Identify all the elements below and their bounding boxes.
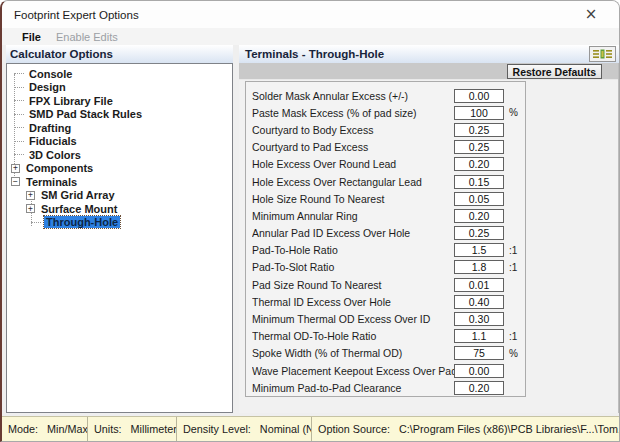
close-icon[interactable]: × [575,3,607,25]
status-bar: Mode:Min/MaxUnits:MillimetersDensity Lev… [2,416,619,441]
footprint-icon-button[interactable] [589,46,616,62]
status-field-value: Millimeters [131,423,177,435]
setting-input[interactable] [454,157,504,171]
setting-input[interactable] [454,364,504,378]
setting-label: Spoke Width (% of Thermal OD) [252,347,454,359]
setting-unit: % [504,107,522,118]
tree-item-label: Through-Hole [44,216,120,228]
setting-label: Annular Pad ID Excess Over Hole [252,227,454,239]
setting-input[interactable] [454,140,504,154]
tree-item-fiducials[interactable]: Fiducials [11,135,232,149]
setting-input[interactable] [454,209,504,223]
expand-plus-icon[interactable]: + [26,191,35,200]
tree-item-label: Drafting [27,122,73,134]
setting-row: Pad Size Round To Nearest [246,276,525,293]
status-field: Option Source:C:\Program Files (x86)\PCB… [312,417,620,441]
status-field: Units:Millimeters [88,417,177,441]
tree-item-surface-mount[interactable]: +Surface Mount [11,202,232,216]
setting-label: Hole Excess Over Rectangular Lead [252,176,454,188]
menu-item-enable-edits[interactable]: Enable Edits [56,31,118,43]
tree-item-components[interactable]: +Components [11,162,232,176]
setting-row: Annular Pad ID Excess Over Hole [246,225,525,242]
tree-stub [14,114,24,115]
tree-item-fpx-library-file[interactable]: FPX Library File [11,94,232,108]
setting-input[interactable] [454,278,504,292]
settings-panel: Restore Defaults Solder Mask Annular Exc… [239,63,619,413]
footprint-expert-options-window: Footprint Expert Options × File Enable E… [0,0,620,442]
setting-label: Wave Placement Keepout Excess Over Pad [252,365,454,377]
tree-item-label: Fiducials [27,135,79,147]
setting-unit: :1 [504,262,522,273]
setting-row: Hole Excess Over Rectangular Lead [246,173,525,190]
tree-item-label: SM Grid Array [39,189,117,201]
setting-input[interactable] [454,243,504,257]
setting-input[interactable] [454,89,504,103]
setting-row: Courtyard to Body Excess [246,121,525,138]
setting-row: Spoke Width (% of Thermal OD)% [246,345,525,362]
restore-defaults-button[interactable]: Restore Defaults [507,64,602,79]
setting-input[interactable] [454,175,504,189]
setting-input[interactable] [454,312,504,326]
setting-label: Paste Mask Excess (% of pad size) [252,107,454,119]
menu-bar: File Enable Edits [2,28,619,45]
tree-item-drafting[interactable]: Drafting [11,121,232,135]
setting-row: Minimum Annular Ring [246,207,525,224]
tree-item-design[interactable]: Design [11,81,232,95]
status-field: Density Level:Nominal (N) [177,417,312,441]
setting-row: Wave Placement Keepout Excess Over Pad [246,362,525,379]
toolbar-strip: Restore Defaults [239,63,618,80]
setting-label: Hole Size Round To Nearest [252,193,454,205]
setting-row: Paste Mask Excess (% of pad size)% [246,104,525,121]
tree-stub [14,73,24,74]
tree-item-label: FPX Library File [27,95,115,107]
through-hole-settings-group: Solder Mask Annular Excess (+/-)Paste Ma… [245,81,526,397]
status-field-label: Units: [94,423,122,435]
tree-stub [14,141,24,142]
setting-input[interactable] [454,295,504,309]
setting-unit: :1 [504,245,522,256]
tree-item-3d-colors[interactable]: 3D Colors [11,148,232,162]
setting-input[interactable] [454,329,504,343]
setting-input[interactable] [454,346,504,360]
tree-stub [14,87,24,88]
tree-item-smd-pad-stack-rules[interactable]: SMD Pad Stack Rules [11,108,232,122]
tree-item-terminals[interactable]: −Terminals [11,175,232,189]
setting-row: Minimum Pad-to-Pad Clearance [246,379,525,396]
setting-label: Minimum Thermal OD Excess Over ID [252,313,454,325]
status-field-label: Option Source: [318,423,390,435]
tree-item-console[interactable]: Console [11,67,232,81]
setting-row: Thermal ID Excess Over Hole [246,293,525,310]
setting-input[interactable] [454,226,504,240]
setting-row: Hole Excess Over Round Lead [246,156,525,173]
setting-input[interactable] [454,192,504,206]
tree-item-label: Design [27,81,68,93]
tree-item-sm-grid-array[interactable]: +SM Grid Array [11,189,232,203]
setting-row: Thermal OD-To-Hole Ratio:1 [246,328,525,345]
setting-label: Minimum Pad-to-Pad Clearance [252,382,454,394]
setting-label: Courtyard to Body Excess [252,124,454,136]
setting-row: Pad-To-Slot Ratio:1 [246,259,525,276]
status-field-label: Density Level: [183,423,251,435]
setting-row: Courtyard to Pad Excess [246,139,525,156]
setting-input[interactable] [454,106,504,120]
setting-unit: % [504,348,522,359]
status-field: Mode:Min/Max [2,417,88,441]
setting-row: Solder Mask Annular Excess (+/-) [246,87,525,104]
setting-label: Courtyard to Pad Excess [252,141,454,153]
collapse-minus-icon[interactable]: − [11,177,20,186]
setting-row: Pad-To-Hole Ratio:1 [246,242,525,259]
setting-input[interactable] [454,123,504,137]
menu-item-file[interactable]: File [22,31,41,43]
tree-stub [14,100,24,101]
window-title: Footprint Expert Options [2,9,139,21]
left-panel-header: Calculator Options [6,45,233,63]
expand-plus-icon[interactable]: + [11,164,20,173]
status-field-value: Nominal (N) [260,423,312,435]
right-panel-header: Terminals - Through-Hole [239,45,619,63]
setting-input[interactable] [454,381,504,395]
setting-input[interactable] [454,260,504,274]
tree-item-through-hole[interactable]: Through-Hole [11,216,232,230]
expand-plus-icon[interactable]: + [26,204,35,213]
tree-item-label: Console [27,68,74,80]
setting-label: Solder Mask Annular Excess (+/-) [252,90,454,102]
